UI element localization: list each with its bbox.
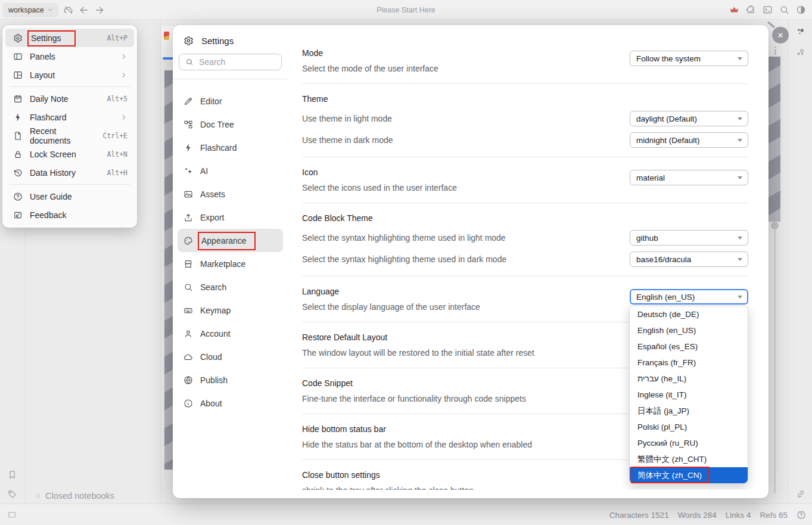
menu-item-user-guide[interactable]: User Guide [5,187,134,206]
nav-item-label: Account [200,329,231,338]
nav-item-label: Search [200,282,226,292]
tag-icon[interactable] [7,489,17,499]
select-follow-the-system[interactable]: Follow the system [630,51,748,66]
menu-item-shortcut: Alt+5 [107,95,127,103]
plugin-icon[interactable] [746,5,756,15]
closed-notebooks-toggle[interactable]: Closed notebooks [35,491,114,501]
image-icon [183,190,193,199]
settings-nav-account[interactable]: Account [178,322,283,345]
menu-item-label: Daily Note [30,94,69,104]
history-icon [13,168,23,178]
language-option-english-en-us[interactable]: English (en_US) [630,322,748,338]
menu-item-daily-note[interactable]: Daily NoteAlt+5 [5,89,134,108]
caret-down-icon [738,117,742,120]
caret-down-icon [738,57,742,60]
settings-nav-export[interactable]: Export [178,206,283,229]
settings-nav-marketplace[interactable]: Marketplace [178,252,283,275]
language-option-inglese-it-it[interactable]: Inglese (it_IT) [630,387,748,403]
global-search-icon[interactable] [779,5,789,15]
backlinks-icon[interactable] [795,489,806,499]
status-item: Words 284 [678,511,717,520]
theme-mode-icon[interactable] [796,5,806,15]
menu-item-flashcard[interactable]: Flashcard [5,108,134,126]
language-option-he-il[interactable]: עברית (he_IL) [630,371,748,387]
forward-icon[interactable] [94,5,105,15]
language-option-zh-cn[interactable]: 简体中文 (zh_CN) [630,467,748,483]
membership-crown-icon[interactable] [729,5,739,15]
language-option-zh-cht[interactable]: 繁體中文 (zh_CHT) [630,451,748,467]
language-option-deutsch-de-de[interactable]: Deutsch (de_DE) [630,306,748,322]
palette-icon [183,236,193,246]
language-option-fran-ais-fr-fr[interactable]: Français (fr_FR) [630,355,748,371]
settings-nav-editor[interactable]: Editor [178,89,283,113]
settings-nav-search[interactable]: Search [178,275,283,299]
settings-nav-about[interactable]: About [178,392,283,415]
language-option-ru-ru[interactable]: Русский (ru_RU) [630,435,748,451]
select-value: base16/dracula [636,255,691,264]
settings-nav-ai[interactable]: AI [178,159,283,182]
settings-nav-cloud[interactable]: Cloud [178,345,283,368]
status-bar: Characters 1521Words 284Links 4Refs 65 [0,504,812,525]
keyboard-icon [183,306,193,315]
submenu-chevron-icon [120,72,127,79]
menu-item-recent-documents[interactable]: Recent documentsCtrl+E [5,126,134,145]
settings-search-input[interactable]: Search [179,54,282,70]
workspace-switcher[interactable]: workspace [2,3,58,17]
back-icon[interactable] [79,5,89,15]
select-midnight-default[interactable]: midnight (Default) [630,132,748,148]
select-english-en-us[interactable]: English (en_US) [630,289,748,305]
menu-item-label: User Guide [30,192,72,201]
select-github[interactable]: github [630,230,748,246]
more-dots-icon[interactable]: ⋮⋮ [771,48,778,56]
select-material[interactable]: material [630,170,748,185]
settings-nav-publish[interactable]: Publish [178,368,283,392]
right-dock [788,20,812,504]
settings-nav-keymap[interactable]: Keymap [178,299,283,322]
menu-item-settings[interactable]: SettingsAlt+P [5,29,134,47]
settings-dialog: Settings Search EditorDoc TreeFlashcardA… [173,25,769,498]
settings-section-language: LanguageSelect the display language of t… [302,277,748,322]
graph-view-icon[interactable] [795,27,806,38]
close-tab-button[interactable]: ✕ [772,27,789,44]
settings-nav-flashcard[interactable]: Flashcard [178,136,283,159]
menu-item-shortcut: Ctrl+E [102,132,127,140]
lightning-icon [13,113,23,122]
nav-item-label: AI [200,166,208,176]
select-area-icon[interactable] [7,510,17,520]
bookmark-icon[interactable] [7,470,17,480]
status-item: Characters 1521 [609,511,669,520]
nav-item-label: About [200,399,222,408]
settings-nav-assets[interactable]: Assets [178,182,283,206]
menu-item-data-history[interactable]: Data HistoryAlt+H [5,163,134,182]
submenu-chevron-icon [120,114,127,121]
language-option-espa-ol-es-es[interactable]: Español (es_ES) [630,338,748,355]
settings-row: Select the syntax highlighting theme use… [302,230,748,246]
menu-item-layout[interactable]: Layout [5,66,134,84]
scrollbar-track[interactable] [774,229,776,493]
menu-divider [10,86,130,87]
sync-off-icon[interactable] [63,5,74,15]
window-title: Please Start Here [0,0,812,20]
menu-item-shortcut: Alt+N [107,150,127,159]
terminal-icon[interactable] [763,5,773,15]
select-base16-dracula[interactable]: base16/dracula [630,251,748,267]
nav-item-label: Keymap [200,306,231,315]
select-value: midnight (Default) [636,136,700,145]
menu-item-panels[interactable]: Panels [5,47,134,66]
section-title: Theme [302,93,748,105]
doc-emoji-icon [164,32,169,40]
layout-icon [13,70,23,80]
language-option-ja-jp[interactable]: 日本語 (ja_JP) [630,403,748,419]
menu-item-feedback[interactable]: Feedback [5,206,134,224]
settings-nav-appearance[interactable]: Appearance [178,229,283,252]
menu-item-shortcut: Alt+H [107,169,127,177]
global-graph-icon[interactable] [795,47,806,58]
nav-item-label: Flashcard [200,143,237,153]
menu-item-lock-screen[interactable]: Lock ScreenAlt+N [5,145,134,163]
calendar-icon [13,94,23,104]
help-icon[interactable] [797,510,806,520]
word-count-group: Characters 1521Words 284Links 4Refs 65 [609,511,788,520]
select-daylight-default[interactable]: daylight (Default) [630,111,748,126]
settings-nav-doc-tree[interactable]: Doc Tree [178,113,283,136]
language-option-polski-pl-pl[interactable]: Polski (pl_PL) [630,419,748,435]
